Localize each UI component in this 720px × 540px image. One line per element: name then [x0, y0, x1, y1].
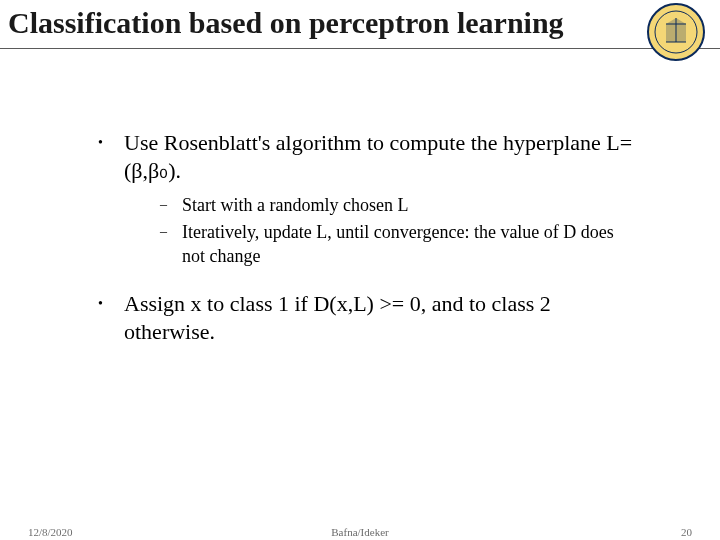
sub-bullet-item: Iteratively, update L, until convergence… [160, 221, 640, 268]
bullet-text: Assign x to class 1 if D(x,L) >= 0, and … [124, 291, 551, 344]
ucsd-seal-icon [646, 2, 706, 62]
sub-bullet-list: Start with a randomly chosen L Iterative… [160, 194, 640, 268]
bullet-text: Use Rosenblatt's algorithm to compute th… [124, 130, 632, 183]
bullet-list: Use Rosenblatt's algorithm to compute th… [98, 129, 640, 345]
bullet-item: Assign x to class 1 if D(x,L) >= 0, and … [98, 290, 640, 345]
bullet-item: Use Rosenblatt's algorithm to compute th… [98, 129, 640, 268]
sub-bullet-text: Iteratively, update L, until convergence… [182, 222, 614, 265]
slide-title: Classification based on perceptron learn… [8, 6, 702, 40]
footer-page-number: 20 [681, 526, 692, 538]
slide: Classification based on perceptron learn… [0, 0, 720, 540]
sub-bullet-text: Start with a randomly chosen L [182, 195, 408, 215]
sub-bullet-item: Start with a randomly chosen L [160, 194, 640, 217]
footer-author: Bafna/Ideker [0, 526, 720, 538]
content-area: Use Rosenblatt's algorithm to compute th… [0, 49, 720, 345]
title-bar: Classification based on perceptron learn… [0, 0, 720, 49]
